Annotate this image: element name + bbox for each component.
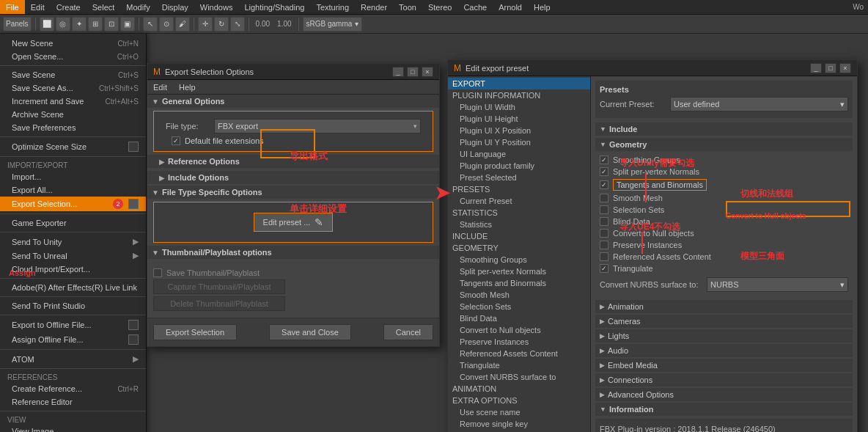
audio-expandable[interactable]: ▶ Audio xyxy=(595,344,853,357)
triangulate-checkbox[interactable]: ✓ xyxy=(600,264,608,273)
tree-item-plugin-width[interactable]: Plugin UI Width xyxy=(448,101,590,113)
tree-item-smoothing[interactable]: Smoothing Groups xyxy=(448,254,590,266)
tool-btn-1[interactable]: ⬜ xyxy=(40,17,54,32)
default-extensions-checkbox[interactable]: ✓ xyxy=(172,136,180,145)
assign-offline-box[interactable] xyxy=(128,334,139,345)
menu-modify[interactable]: Modify xyxy=(120,0,155,14)
optimize-scene-checkbox[interactable] xyxy=(128,142,139,152)
menu-game-exporter[interactable]: Game Exporter xyxy=(0,216,146,230)
menu-export-all[interactable]: Export All... xyxy=(0,183,146,197)
tool-btn-4[interactable]: ⊞ xyxy=(88,17,103,32)
color-space-dropdown[interactable]: sRGB gamma ▾ xyxy=(303,17,363,32)
menu-toon[interactable]: Toon xyxy=(393,0,422,14)
convert-null-checkbox[interactable] xyxy=(600,229,608,238)
tree-item-include[interactable]: INCLUDE xyxy=(448,230,590,242)
tool-btn-6[interactable]: ▣ xyxy=(120,17,135,32)
delete-thumbnail-btn[interactable]: Delete Thumbnail/Playblast xyxy=(153,296,285,311)
menu-import[interactable]: Import... xyxy=(0,170,146,183)
tree-item-extra-options[interactable]: EXTRA OPTIONS xyxy=(448,395,590,406)
tree-item-preserve[interactable]: Preserve Instances xyxy=(448,336,590,348)
current-preset-select[interactable]: User defined ▾ xyxy=(670,97,848,111)
menu-send-unreal[interactable]: Send To Unreal ▶ xyxy=(0,249,146,263)
menu-atom[interactable]: ATOM ▶ xyxy=(0,352,146,366)
capture-thumbnail-btn[interactable]: Capture Thumbnail/Playblast xyxy=(153,279,285,294)
embed-media-expandable[interactable]: ▶ Embed Media xyxy=(595,359,853,372)
tool-btn-5[interactable]: ⊡ xyxy=(104,17,119,32)
tree-item-preset-selected[interactable]: Preset Selected xyxy=(448,172,590,183)
referenced-assets-checkbox[interactable] xyxy=(600,252,608,261)
tree-item-convert-null[interactable]: Convert to Null objects xyxy=(448,324,590,336)
tree-item-split-vertex[interactable]: Split per-vertex Normals xyxy=(448,266,590,277)
advanced-options-expandable[interactable]: ▶ Advanced Options xyxy=(595,388,853,401)
menu-texturing[interactable]: Texturing xyxy=(310,0,355,14)
menu-cloud-import[interactable]: Cloud Import/Export... xyxy=(0,263,146,276)
tree-item-geometry[interactable]: GEOMETRY xyxy=(448,242,590,254)
menu-select[interactable]: Select xyxy=(87,0,121,14)
tree-item-tangents[interactable]: Tangents and Binormals xyxy=(448,277,590,289)
tool-scale[interactable]: ⤡ xyxy=(230,17,245,32)
menu-windows[interactable]: Windows xyxy=(194,0,239,14)
menu-help[interactable]: Help xyxy=(528,0,556,14)
menu-archive-scene[interactable]: Archive Scene xyxy=(0,108,146,121)
menu-open-scene[interactable]: Open Scene... Ctrl+O xyxy=(0,50,146,63)
menu-save-prefs[interactable]: Save Preferences xyxy=(0,121,146,134)
preset-dialog-minimize[interactable]: _ xyxy=(810,63,822,73)
split-vertex-checkbox[interactable]: ✓ xyxy=(600,167,608,176)
general-options-header[interactable]: ▼ General Options xyxy=(147,95,439,108)
tool-move[interactable]: ✛ xyxy=(198,17,213,32)
export-dialog-close[interactable]: × xyxy=(422,67,433,77)
tree-item-plugin-height[interactable]: Plugin UI Height xyxy=(448,113,590,125)
edit-preset-button[interactable]: Edit preset ... ✎ xyxy=(254,213,334,232)
include-options-header[interactable]: ▶ Include Options xyxy=(147,171,439,184)
export-dialog-menu-help[interactable]: Help xyxy=(173,80,202,94)
save-close-btn[interactable]: Save and Close xyxy=(269,324,351,340)
menu-print-studio[interactable]: Send To Print Studio xyxy=(0,299,146,312)
nurbs-select[interactable]: NURBS ▾ xyxy=(707,277,848,292)
menu-arnold[interactable]: Arnold xyxy=(493,0,528,14)
menu-display[interactable]: Display xyxy=(156,0,194,14)
menu-stereo[interactable]: Stereo xyxy=(422,0,457,14)
preset-dialog-maximize[interactable]: □ xyxy=(825,63,836,73)
file-type-select[interactable]: FBX export ▾ xyxy=(214,119,421,133)
menu-create[interactable]: Create xyxy=(51,0,87,14)
tree-item-statistics[interactable]: STATISTICS xyxy=(448,207,590,219)
tree-item-use-scene[interactable]: Use scene name xyxy=(448,406,590,418)
export-selection-btn[interactable]: Export Selection xyxy=(153,324,237,340)
preserve-instances-checkbox[interactable] xyxy=(600,241,608,249)
file-type-specific-header[interactable]: ▼ File Type Specific Options xyxy=(147,186,439,199)
tree-item-plugin-info[interactable]: PLUGIN INFORMATION xyxy=(448,89,590,101)
export-dialog-maximize[interactable]: □ xyxy=(407,67,419,77)
menu-export-selection[interactable]: Export Selection... 2 xyxy=(0,197,146,211)
animation-expandable[interactable]: ▶ Animation xyxy=(595,300,853,313)
menu-save-scene-as[interactable]: Save Scene As... Ctrl+Shift+S xyxy=(0,81,146,95)
tool-lasso[interactable]: ⊙ xyxy=(159,17,174,32)
menu-render[interactable]: Render xyxy=(355,0,393,14)
cameras-expandable[interactable]: ▶ Cameras xyxy=(595,315,853,328)
export-selection-box[interactable] xyxy=(128,199,139,209)
tree-item-smooth-mesh[interactable]: Smooth Mesh xyxy=(448,289,590,301)
menu-after-effects[interactable]: Adobe(R) After Effects(R) Live Link xyxy=(0,281,146,294)
menu-cache[interactable]: Cache xyxy=(457,0,493,14)
menu-file[interactable]: File xyxy=(0,0,25,14)
menu-new-scene[interactable]: New Scene Ctrl+N xyxy=(0,37,146,50)
info-section-header[interactable]: ▼ Information xyxy=(595,403,853,416)
tool-rotate[interactable]: ↻ xyxy=(214,17,229,32)
menu-export-offline[interactable]: Export to Offline File... xyxy=(0,318,146,332)
tree-item-remove-key[interactable]: Remove single key xyxy=(448,418,590,430)
tree-item-ui-language[interactable]: UI Language xyxy=(448,148,590,160)
tree-item-convert-nurbs[interactable]: Convert NURBS surface to xyxy=(448,371,590,383)
preset-dialog-close[interactable]: × xyxy=(839,63,851,73)
menu-save-scene[interactable]: Save Scene Ctrl+S xyxy=(0,68,146,81)
blind-data-checkbox[interactable] xyxy=(600,217,608,226)
tree-item-blind-data[interactable]: Blind Data xyxy=(448,312,590,324)
tool-btn-3[interactable]: ✦ xyxy=(72,17,87,32)
tree-item-export[interactable]: EXPORT xyxy=(448,78,590,89)
menu-edit[interactable]: Edit xyxy=(25,0,51,14)
export-dialog-menu-edit[interactable]: Edit xyxy=(147,80,173,94)
tree-item-statistics-item[interactable]: Statistics xyxy=(448,219,590,230)
menu-create-reference[interactable]: Create Reference... Ctrl+R xyxy=(0,382,146,395)
tree-item-animation[interactable]: ANIMATION xyxy=(448,383,590,395)
tool-select[interactable]: ↖ xyxy=(143,17,158,32)
tree-item-triangulate[interactable]: Triangulate xyxy=(448,359,590,371)
panels-btn[interactable]: Panels xyxy=(3,17,32,32)
